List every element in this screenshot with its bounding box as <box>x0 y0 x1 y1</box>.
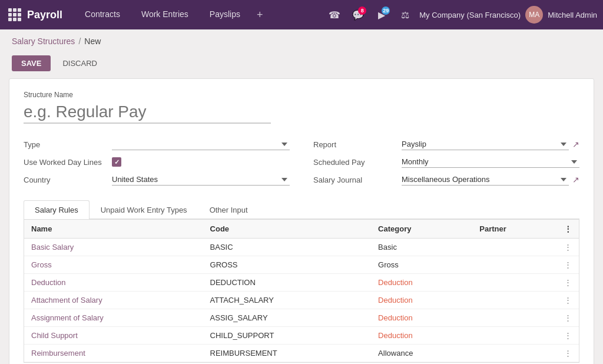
country-label: Country <box>24 176 106 184</box>
row-category: Basic <box>371 239 472 256</box>
row-category[interactable]: Deduction <box>371 309 472 327</box>
salary-rules-table-container: Name Code Category Partner ⋮ Basic Salar… <box>24 219 579 363</box>
nav-plus[interactable]: + <box>251 0 269 29</box>
type-row: Type <box>24 135 290 153</box>
row-name[interactable]: Attachment of Salary <box>24 292 203 309</box>
row-name[interactable]: Basic Salary <box>24 239 203 256</box>
table-row: Attachment of Salary ATTACH_SALARY Deduc… <box>24 292 579 309</box>
row-actions-icon[interactable]: ⋮ <box>557 309 579 327</box>
col-header-partner: Partner <box>472 220 557 239</box>
row-partner <box>472 345 557 362</box>
tab-salary-rules[interactable]: Salary Rules <box>24 200 90 219</box>
form-fields-grid: Type Use Worked Day Lines ✓ Country <box>24 135 579 188</box>
row-actions-icon[interactable]: ⋮ <box>557 256 579 274</box>
nav-payslips[interactable]: Payslips <box>199 0 251 29</box>
report-row: Report Payslip ↗ <box>313 135 579 153</box>
salary-journal-select[interactable]: Miscellaneous Operations <box>402 174 569 186</box>
breadcrumb: Salary Structures / New <box>0 29 603 53</box>
row-code: ATTACH_SALARY <box>203 292 372 309</box>
row-name[interactable]: Deduction <box>24 274 203 292</box>
salary-journal-label: Salary Journal <box>313 176 396 184</box>
chat-badge: 8 <box>358 6 366 15</box>
table-row: Child Support CHILD_SUPPORT Deduction ⋮ <box>24 327 579 345</box>
activity-badge: 29 <box>382 6 390 15</box>
worked-day-lines-label: Use Worked Day Lines <box>24 158 106 167</box>
table-row: Assignment of Salary ASSIG_SALARY Deduct… <box>24 309 579 327</box>
row-actions-icon[interactable]: ⋮ <box>557 239 579 256</box>
tab-unpaid-work-entry-types[interactable]: Unpaid Work Entry Types <box>90 200 198 219</box>
row-name[interactable]: Reimbursement <box>24 345 203 362</box>
structure-name-input[interactable] <box>24 101 271 124</box>
structure-name-label: Structure Name <box>24 91 579 99</box>
row-category[interactable]: Deduction <box>371 327 472 345</box>
phone-icon[interactable]: ☎ <box>325 5 344 24</box>
activity-icon[interactable]: ▶ 29 <box>372 5 391 24</box>
company-name: My Company (San Francisco) <box>419 11 521 19</box>
salary-journal-row: Salary Journal Miscellaneous Operations … <box>313 171 579 188</box>
row-name[interactable]: Child Support <box>24 327 203 345</box>
scheduled-pay-label: Scheduled Pay <box>313 158 396 167</box>
user-avatar[interactable]: MA <box>525 6 543 24</box>
table-row: Reimbursement REIMBURSEMENT Allowance ⋮ <box>24 345 579 362</box>
col-header-name: Name <box>24 220 203 239</box>
topnav-right: ☎ 💬 8 ▶ 29 ⚖ My Company (San Francisco) … <box>325 5 597 24</box>
breadcrumb-separator: / <box>78 37 81 46</box>
main-form-card: Structure Name Type Use Worked Day Lines… <box>9 78 594 364</box>
type-label: Type <box>24 140 106 149</box>
salary-journal-external-link-icon[interactable]: ↗ <box>572 175 579 184</box>
col-header-code: Code <box>203 220 372 239</box>
row-partner <box>472 309 557 327</box>
row-code: CHILD_SUPPORT <box>203 327 372 345</box>
row-code: BASIC <box>203 239 372 256</box>
row-partner <box>472 239 557 256</box>
save-button[interactable]: SAVE <box>12 55 51 71</box>
app-brand: Payroll <box>27 9 62 21</box>
row-code: ASSIG_SALARY <box>203 309 372 327</box>
breadcrumb-current: New <box>84 37 101 46</box>
row-partner <box>472 327 557 345</box>
discard-button[interactable]: DISCARD <box>55 55 104 71</box>
row-actions-icon[interactable]: ⋮ <box>557 345 579 362</box>
row-actions-icon[interactable]: ⋮ <box>557 274 579 292</box>
row-partner <box>472 274 557 292</box>
report-select[interactable]: Payslip <box>402 138 569 150</box>
row-category[interactable]: Deduction <box>371 274 472 292</box>
scheduled-pay-select[interactable]: Monthly <box>402 156 579 168</box>
report-external-link-icon[interactable]: ↗ <box>572 140 579 149</box>
country-select[interactable]: United States <box>112 174 290 186</box>
nav-contracts[interactable]: Contracts <box>74 0 131 29</box>
chat-icon[interactable]: 💬 8 <box>349 5 367 24</box>
nav-menu: Contracts Work Entries Payslips + <box>74 0 325 29</box>
type-select[interactable] <box>112 138 290 150</box>
row-category: Gross <box>371 256 472 274</box>
row-code: REIMBURSEMENT <box>203 345 372 362</box>
top-navigation: Payroll Contracts Work Entries Payslips … <box>0 0 603 29</box>
settings-icon[interactable]: ⚖ <box>396 5 415 24</box>
report-label: Report <box>313 140 396 149</box>
row-name[interactable]: Gross <box>24 256 203 274</box>
nav-work-entries[interactable]: Work Entries <box>131 0 199 29</box>
col-header-actions: ⋮ <box>557 220 579 239</box>
row-code: DEDUCTION <box>203 274 372 292</box>
row-category[interactable]: Deduction <box>371 292 472 309</box>
grid-menu-icon[interactable] <box>6 6 24 24</box>
row-partner <box>472 256 557 274</box>
scheduled-pay-row: Scheduled Pay Monthly <box>313 153 579 171</box>
row-partner <box>472 292 557 309</box>
user-name: Mitchell Admin <box>548 11 597 19</box>
table-row: Gross GROSS Gross ⋮ <box>24 256 579 274</box>
row-actions-icon[interactable]: ⋮ <box>557 327 579 345</box>
breadcrumb-parent[interactable]: Salary Structures <box>12 37 75 46</box>
tab-other-input[interactable]: Other Input <box>198 200 259 219</box>
row-name[interactable]: Assignment of Salary <box>24 309 203 327</box>
col-header-category: Category <box>371 220 472 239</box>
row-actions-icon[interactable]: ⋮ <box>557 292 579 309</box>
row-code: GROSS <box>203 256 372 274</box>
table-row: Basic Salary BASIC Basic ⋮ <box>24 239 579 256</box>
country-row: Country United States <box>24 171 290 188</box>
row-category: Allowance <box>371 345 472 362</box>
table-row: Deduction DEDUCTION Deduction ⋮ <box>24 274 579 292</box>
worked-day-lines-checkbox[interactable]: ✓ <box>112 157 121 167</box>
tabs-bar: Salary Rules Unpaid Work Entry Types Oth… <box>24 200 579 219</box>
worked-day-lines-row: Use Worked Day Lines ✓ <box>24 153 290 171</box>
